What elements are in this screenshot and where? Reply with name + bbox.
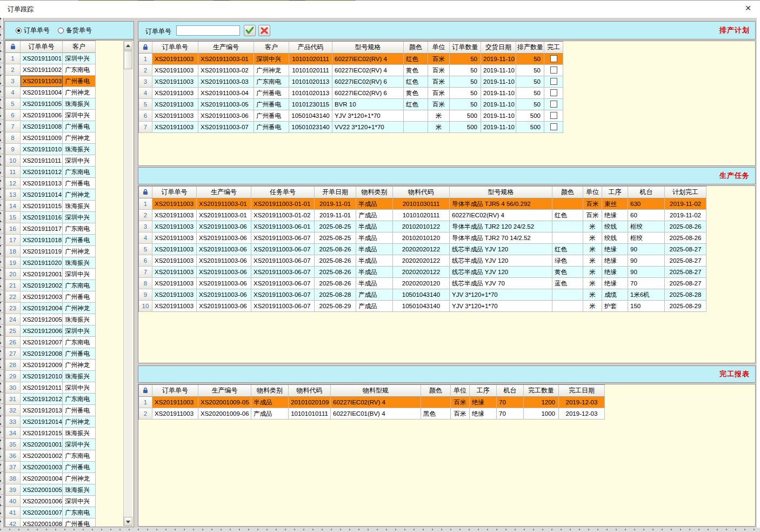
table-row[interactable]: 2XS201911003XS201911003-01XS201911003-01… (139, 210, 706, 221)
table-row[interactable]: 6XS201911006深圳中兴 (5, 110, 96, 121)
table-row[interactable]: 21XS201912002广东南电 (5, 280, 96, 291)
order-number-input[interactable] (176, 25, 240, 36)
table-row[interactable]: 27XS201912008广州番电 (5, 348, 96, 360)
radio-stock-number[interactable]: 备货单号 (58, 26, 92, 34)
column-header[interactable]: 开单日期 (315, 187, 356, 198)
column-header[interactable]: 机台 (497, 385, 524, 397)
complete-checkbox[interactable] (550, 89, 557, 96)
column-header[interactable]: 订单单号 (152, 187, 197, 198)
table-row[interactable]: 18XS201911019广州神龙 (5, 246, 96, 257)
column-header[interactable]: 完工数量 (524, 385, 559, 397)
column-header[interactable]: 颜色 (404, 42, 428, 54)
table-row[interactable]: 9XS201911003XS201911003-06XS201911003-06… (139, 289, 706, 301)
table-row[interactable]: 17XS201911018广州番电 (5, 235, 96, 246)
table-row[interactable]: 33XS201912014广州神龙 (5, 416, 96, 428)
table-row[interactable]: 1XS201911003XS202001009-05半成品20101020109… (139, 397, 605, 408)
table-row[interactable]: 40XS202001006深圳中兴 (5, 496, 96, 507)
column-header[interactable]: 交货日期 (481, 42, 516, 54)
column-header[interactable]: 客户 (254, 42, 289, 54)
complete-checkbox[interactable] (550, 66, 557, 74)
confirm-button[interactable] (244, 25, 256, 36)
column-header[interactable]: 任务单号 (251, 187, 315, 198)
table-row[interactable]: 28XS201912009广州神龙 (5, 360, 96, 371)
column-header[interactable]: 订单数量 (450, 42, 481, 54)
lock-column-header[interactable] (139, 42, 152, 54)
table-row[interactable]: 2XS201911002广东南电 (5, 64, 96, 76)
table-row[interactable]: 14XS201911015珠海振兴 (5, 201, 96, 212)
vertical-scrollbar[interactable] (123, 41, 132, 526)
column-header[interactable]: 机台 (628, 187, 665, 198)
table-row[interactable]: 1XS201911001深圳中兴 (5, 53, 96, 64)
table-row[interactable]: 29XS201912010珠海振兴 (5, 371, 96, 382)
complete-checkbox[interactable] (550, 101, 557, 108)
table-row[interactable]: 7XS201911003XS201911003-06XS201911003-06… (139, 267, 706, 278)
table-row[interactable]: 24XS201912005珠海振兴 (5, 314, 96, 325)
column-header[interactable]: 单位 (583, 187, 602, 198)
table-row[interactable]: 7XS201911003XS201911003-07广州番电1050102314… (139, 122, 563, 133)
lock-column-header[interactable] (5, 41, 21, 53)
table-row[interactable]: 36XS202001002广东南电 (5, 450, 96, 462)
table-row[interactable]: 7XS201911008广州番电 (5, 121, 96, 132)
table-row[interactable]: 16XS201911017广东南电 (5, 223, 96, 235)
column-header[interactable]: 单位 (451, 385, 470, 397)
column-header[interactable]: 物料型规 (331, 385, 421, 397)
table-row[interactable]: 37XS202001003广州番电 (5, 462, 96, 473)
table-row[interactable]: 42XS202001008广州番电 (5, 518, 96, 527)
complete-checkbox[interactable] (550, 55, 557, 62)
complete-checkbox[interactable] (550, 112, 557, 119)
table-row[interactable]: 32XS201912013广州番电 (5, 405, 96, 416)
column-header[interactable]: 订单单号 (152, 42, 198, 54)
table-row[interactable]: 2XS201911003XS201911003-02广州神龙1010102011… (139, 65, 563, 76)
column-header[interactable]: 订单单号 (21, 41, 63, 53)
table-row[interactable]: 13XS201911014广州神龙 (5, 189, 96, 201)
table-row[interactable]: 10XS201911003XS201911003-06XS201911003-0… (139, 301, 706, 312)
table-row[interactable]: 5XS201911003XS201911003-05广州番电1010123011… (139, 99, 563, 110)
column-header[interactable]: 产品代码 (289, 42, 332, 54)
table-row[interactable]: 3XS201911003广州番电 (5, 76, 96, 87)
scroll-up-button[interactable] (124, 41, 132, 50)
column-header[interactable]: 生产编号 (198, 385, 251, 397)
column-header[interactable]: 客户 (63, 41, 96, 53)
table-row[interactable]: 4XS201911004广州神龙 (5, 87, 96, 98)
table-row[interactable]: 10XS201911011深圳中兴 (5, 155, 96, 167)
table-row[interactable]: 6XS201911003XS201911003-06XS201911003-06… (139, 255, 706, 267)
column-header[interactable]: 计划完工 (665, 187, 706, 198)
close-icon[interactable]: × (743, 3, 754, 14)
cancel-button[interactable] (258, 25, 270, 36)
table-row[interactable]: 25XS201912006深圳中兴 (5, 325, 96, 337)
table-row[interactable]: 39XS202001005珠海振兴 (5, 484, 96, 496)
table-row[interactable]: 9XS201911010珠海振兴 (5, 144, 96, 155)
column-header[interactable]: 型号规格 (332, 42, 404, 54)
column-header[interactable]: 工序 (602, 187, 628, 198)
table-row[interactable]: 5XS201911005珠海振兴 (5, 98, 96, 110)
table-row[interactable]: 22XS201912003广州番电 (5, 291, 96, 303)
column-header[interactable]: 单位 (428, 42, 450, 54)
table-row[interactable]: 4XS201911003XS201911003-04广州番电1010102011… (139, 88, 563, 99)
column-header[interactable]: 完工日期 (559, 385, 605, 397)
table-row[interactable]: 3XS201911003XS201911003-06XS201911003-06… (139, 221, 706, 232)
column-header[interactable]: 生产编号 (198, 42, 254, 54)
table-row[interactable]: 26XS201912007广东南电 (5, 337, 96, 348)
table-row[interactable]: 19XS201911020珠海振兴 (5, 257, 96, 269)
table-row[interactable]: 41XS202001007广东南电 (5, 507, 96, 518)
column-header[interactable]: 工序 (470, 385, 497, 397)
table-row[interactable]: 4XS201911003XS201911003-06XS201911003-06… (139, 232, 706, 244)
table-row[interactable]: 35XS202001001深圳中兴 (5, 439, 96, 450)
table-row[interactable]: 8XS201911009广州神龙 (5, 132, 96, 144)
complete-checkbox[interactable] (550, 78, 557, 85)
column-header[interactable]: 订单单号 (152, 385, 198, 397)
table-row[interactable]: 31XS201912012广东南电 (5, 394, 96, 405)
lock-column-header[interactable] (139, 385, 152, 397)
table-row[interactable]: 30XS201912011深圳中兴 (5, 382, 96, 394)
column-header[interactable]: 物料代码 (393, 187, 450, 198)
column-header[interactable]: 物料类别 (251, 385, 289, 397)
table-row[interactable]: 8XS201911003XS201911003-06XS201911003-06… (139, 278, 706, 289)
table-row[interactable]: 11XS201911012广东南电 (5, 167, 96, 178)
radio-order-number[interactable]: 订单单号 (16, 26, 50, 34)
column-header[interactable]: 物料类别 (356, 187, 393, 198)
table-row[interactable]: 3XS201911003XS201911003-03广东南电1010102011… (139, 76, 563, 88)
table-row[interactable]: 23XS201912004广州神龙 (5, 303, 96, 314)
column-header[interactable]: 生产编号 (197, 187, 251, 198)
table-row[interactable]: 6XS201911003XS201911003-06广州番电1050104314… (139, 110, 563, 122)
lock-column-header[interactable] (139, 187, 152, 198)
